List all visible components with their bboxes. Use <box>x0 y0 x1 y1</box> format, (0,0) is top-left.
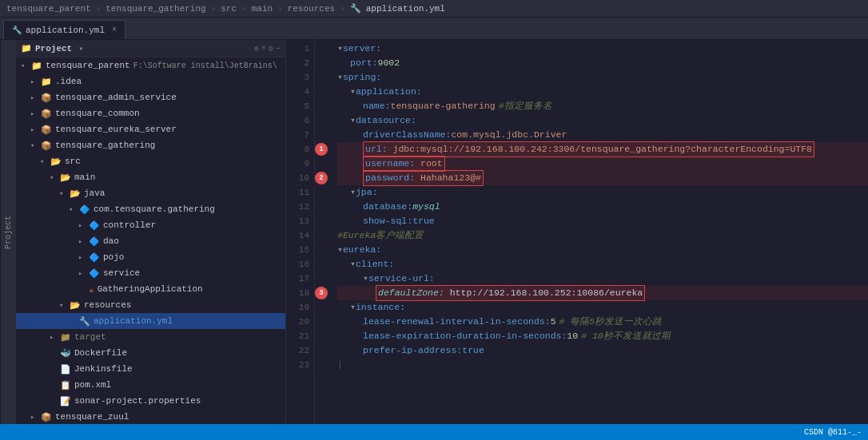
tree-item-gathering[interactable]: 📦 tensquare_gathering <box>16 137 285 153</box>
settings-icon[interactable]: ⚙ <box>269 44 273 54</box>
code-line-11: ▾ jpa: <box>337 185 868 200</box>
structure-icon[interactable]: ≡ <box>261 44 266 54</box>
tabbar: 🔧 application.yml × <box>0 18 868 40</box>
java-folder-icon: 📂 <box>70 188 81 199</box>
editor-tab[interactable]: 🔧 application.yml × <box>3 20 125 39</box>
tree-item-pom-gathering[interactable]: 📋 pom.xml <box>16 377 285 393</box>
tree-item-target[interactable]: 📁 target <box>16 329 285 345</box>
tree-item-pojo[interactable]: 🔷 pojo <box>16 249 285 265</box>
tree-label-target: target <box>74 332 106 342</box>
code-line-12: database: mysql <box>337 200 868 214</box>
breadcrumb-tensquare-parent[interactable]: tensquare_parent <box>6 4 91 14</box>
add-module-icon[interactable]: ⊕ <box>254 44 259 54</box>
tree-path-tensquare-parent: F:\Software install\JetBrains\ <box>133 61 277 70</box>
gutter-6 <box>315 113 331 128</box>
tree-label-pom-gathering: pom.xml <box>74 380 111 390</box>
package-icon: 🔷 <box>79 204 90 215</box>
tree-label-dao: dao <box>103 236 119 246</box>
tree-arrow <box>78 269 86 278</box>
gutter-5 <box>315 99 331 113</box>
gutter-15 <box>315 243 331 257</box>
tree-arrow <box>69 205 77 214</box>
tree-item-java[interactable]: 📂 java <box>16 185 285 201</box>
tree-item-application-yml[interactable]: 🔧 application.yml <box>16 313 285 329</box>
tree-item-gathering-application[interactable]: ☕ GatheringApplication <box>16 281 285 297</box>
tree-item-common[interactable]: 📦 tensquare_common <box>16 105 285 121</box>
tree-item-src[interactable]: 📂 src <box>16 153 285 169</box>
code-editor[interactable]: 1 2 3 4 5 6 7 8 9 10 11 12 13 14 15 16 1… <box>286 40 868 424</box>
gutter-1 <box>315 42 331 56</box>
code-line-13: show-sql: true <box>337 214 868 228</box>
annotation-1: 1 <box>315 143 328 156</box>
line-numbers: 1 2 3 4 5 6 7 8 9 10 11 12 13 14 15 16 1… <box>286 40 315 424</box>
java-file-icon: ☕ <box>89 284 94 295</box>
tree-item-idea[interactable]: 📁 .idea <box>16 73 285 89</box>
code-line-14: #Eureka客户端配置 <box>337 228 868 243</box>
close-panel-icon[interactable]: — <box>276 44 281 54</box>
highlight-defaultzone: defaultZone: http://192.168.100.252:1008… <box>376 285 645 301</box>
project-header[interactable]: 📁 Project ▾ ⊕ ≡ ⚙ — <box>16 40 285 57</box>
line-num-22: 22 <box>286 343 309 358</box>
tree-item-controller[interactable]: 🔷 controller <box>16 217 285 233</box>
line-num-6: 6 <box>286 113 309 128</box>
tree-item-zuul[interactable]: 📦 tensquare_zuul <box>16 409 285 424</box>
tab-close-button[interactable]: × <box>112 26 117 34</box>
tab-label: application.yml <box>26 26 105 35</box>
package-icon: 🔷 <box>89 236 100 247</box>
code-line-9: username: root <box>337 157 868 171</box>
gutter-11 <box>315 185 331 200</box>
line-num-15: 15 <box>286 243 309 257</box>
tree-label-eureka: tensquare_eureka_server <box>55 125 177 134</box>
line-num-12: 12 <box>286 200 309 214</box>
line-num-10: 10 <box>286 171 309 185</box>
breadcrumb-main[interactable]: main <box>252 4 273 14</box>
tree-arrow <box>30 77 38 86</box>
code-line-2: port: 9002 <box>337 56 868 70</box>
line-num-16: 16 <box>286 257 309 272</box>
tree-arrow <box>30 109 38 118</box>
highlight-password: password: Hahaha123@# <box>363 170 484 186</box>
project-dropdown-icon[interactable]: ▾ <box>78 44 83 54</box>
line-num-14: 14 <box>286 228 309 243</box>
main-folder-icon: 📂 <box>60 172 71 183</box>
project-title: Project <box>35 44 72 54</box>
editor-text-area[interactable]: ▾ server: port: 9002 ▾ spring: ▾ applica… <box>331 40 868 424</box>
code-line-8: url: jdbc:mysql://192.168.100.242:3306/t… <box>337 142 868 157</box>
tree-arrow <box>30 413 38 422</box>
line-num-21: 21 <box>286 329 309 343</box>
target-folder-icon: 📁 <box>60 332 71 343</box>
tree-item-tensquare-parent[interactable]: 📁 tensquare_parent F:\Software install\J… <box>16 57 285 73</box>
tree-arrow <box>50 333 58 342</box>
tree-item-com-tensquare[interactable]: 🔷 com.tensquare.gathering <box>16 201 285 217</box>
breadcrumb-resources[interactable]: resources <box>288 4 335 14</box>
breadcrumb-tensquare-gathering[interactable]: tensquare_gathering <box>106 4 205 14</box>
tree-item-dockerfile[interactable]: 🐳 Dockerfile <box>16 345 285 361</box>
gutter-17 <box>315 272 331 286</box>
tree-arrow <box>78 221 86 230</box>
tree-item-eureka[interactable]: 📦 tensquare_eureka_server <box>16 121 285 137</box>
tree-item-admin-service[interactable]: 📦 tensquare_admin_service <box>16 89 285 105</box>
tree-arrow <box>78 237 86 246</box>
gutter-4 <box>315 85 331 99</box>
line-num-7: 7 <box>286 128 309 142</box>
tree-item-service[interactable]: 🔷 service <box>16 265 285 281</box>
line-num-9: 9 <box>286 157 309 171</box>
fold-arrow-3: ▾ <box>337 70 343 85</box>
tree-label-idea: .idea <box>55 77 82 86</box>
project-sidebar: 📁 Project ▾ ⊕ ≡ ⚙ — 📁 tensquare_parent F… <box>16 40 286 424</box>
tree-item-resources[interactable]: 📂 resources <box>16 297 285 313</box>
gutter-13 <box>315 214 331 228</box>
code-line-21: lease-expiration-duration-in-seconds: 10… <box>337 329 868 343</box>
tree-item-main[interactable]: 📂 main <box>16 169 285 185</box>
breadcrumb-src[interactable]: src <box>221 4 237 14</box>
tree-label-admin-service: tensquare_admin_service <box>55 93 177 102</box>
tree-item-dao[interactable]: 🔷 dao <box>16 233 285 249</box>
jenkinsfile-icon: 📄 <box>60 364 71 375</box>
pom-icon: 📋 <box>60 380 71 390</box>
tree-item-jenkinsfile-gathering[interactable]: 📄 Jenkinsfile <box>16 361 285 377</box>
code-line-15: ▾ eureka: <box>337 243 868 257</box>
code-line-18: defaultZone: http://192.168.100.252:1008… <box>337 286 868 300</box>
module-icon: 📦 <box>41 109 52 119</box>
tree-label-resources: resources <box>84 300 131 310</box>
tree-item-sonar[interactable]: 📝 sonar-project.properties <box>16 393 285 409</box>
